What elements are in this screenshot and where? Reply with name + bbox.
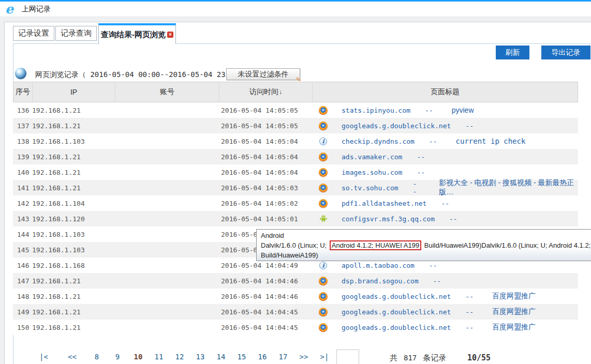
row-domain: googleads.g.doubleclick.net — [342, 122, 451, 130]
row-page-title: 百度网盟推广 — [492, 323, 536, 332]
header-account: 账号 — [115, 82, 219, 102]
page-number[interactable]: 9 — [107, 353, 128, 361]
prev-page-button[interactable]: << — [58, 353, 86, 361]
table-row[interactable]: 138 192.168.1.103 2016-05-04 14:05:04 i … — [13, 133, 578, 149]
row-separator: -- — [429, 138, 437, 145]
row-seq: 144 — [13, 226, 32, 242]
filter-button-label: 未设置过滤条件 — [238, 70, 289, 79]
row-ip: 192.168.1.21 — [32, 289, 115, 304]
table-row[interactable]: 136 192.168.1.21 2016-05-04 14:05:05 sta… — [13, 102, 578, 118]
row-title-cell: so.tv.sohu.com -- 影视大全 - 电视剧 - 搜狐视频 - 最新… — [312, 180, 578, 195]
ie-browser-icon: e — [5, 3, 18, 16]
page-number[interactable]: 11 — [149, 353, 169, 361]
row-title-cell: i checkip.dyndns.com -- current ip check — [312, 133, 578, 149]
row-title-cell: ads.vamaker.com -- — [312, 149, 578, 164]
tab-record-settings[interactable]: 记录设置 — [13, 26, 54, 41]
header-seq: 序号 — [13, 82, 33, 102]
page-number-current[interactable]: 10 — [128, 353, 149, 361]
page-number[interactable]: 17 — [273, 353, 293, 361]
row-seq: 136 — [13, 102, 32, 118]
row-page-title: 百度网盟推广 — [492, 292, 536, 301]
row-account — [115, 211, 219, 226]
total-prefix: 共 — [390, 353, 397, 362]
table-row[interactable]: 140 192.168.1.21 2016-05-04 14:05:04 ima… — [13, 164, 578, 180]
header-visit-time[interactable]: 访问时间 ↓ — [219, 82, 313, 102]
row-ip: 192.168.1.103 — [32, 226, 115, 242]
table-row[interactable]: 139 192.168.1.21 2016-05-04 14:05:04 ads… — [13, 149, 578, 164]
query-range-label: 网页浏览记录（ 2016-05-04 00:00--2016-05-04 23:… — [35, 70, 250, 80]
row-domain: pdf1.alldatasheet.net — [342, 200, 426, 207]
row-title-cell: configsvr.msf.3g.qq.com -- — [312, 211, 578, 226]
table-row[interactable]: 150 192.168.1.21 2016-05-04 14:04:45 goo… — [13, 320, 578, 335]
table-row[interactable]: 137 192.168.1.21 2016-05-04 14:05:05 goo… — [13, 118, 578, 133]
page-jump-input[interactable] — [336, 350, 359, 364]
header-page-title: 页面标题 — [313, 82, 578, 102]
tooltip-highlight-box: Android 4.1.2; HUAWEI A199 — [330, 240, 421, 250]
close-tab-icon[interactable]: × — [167, 32, 173, 38]
last-page-button[interactable]: >| — [314, 353, 335, 361]
tab-record-query[interactable]: 记录查询 — [55, 26, 97, 41]
page-number[interactable]: 14 — [211, 353, 231, 361]
row-title-cell: googleads.g.doubleclick.net -- 百度网盟推广 — [312, 304, 578, 320]
row-separator: -- — [465, 293, 474, 300]
row-seq: 140 — [13, 164, 32, 180]
row-account — [115, 320, 219, 335]
row-ip: 192.168.1.21 — [32, 164, 115, 180]
row-seq: 137 — [13, 118, 32, 133]
row-separator: -- — [433, 277, 441, 285]
tooltip-line1: Android — [261, 231, 591, 240]
row-time: 2016-05-04 14:04:45 — [219, 304, 312, 320]
firefox-icon — [319, 323, 328, 332]
row-title-cell: googleads.g.doubleclick.net -- 百度网盟推广 — [312, 320, 578, 335]
export-records-button[interactable]: 导出记录 — [541, 46, 590, 59]
sort-desc-icon: ↓ — [279, 88, 282, 96]
row-separator: -- — [465, 324, 474, 331]
row-seq: 148 — [13, 289, 32, 304]
firefox-icon — [319, 122, 328, 130]
row-time: 2016-05-04 14:04:46 — [219, 273, 312, 289]
next-page-button[interactable]: >> — [293, 353, 314, 361]
row-domain: googleads.g.doubleclick.net — [342, 293, 451, 300]
first-page-button[interactable]: |< — [29, 353, 58, 361]
row-account — [115, 149, 219, 164]
row-ip: 192.168.1.104 — [32, 195, 115, 211]
table-row[interactable]: 142 192.168.1.104 2016-05-04 14:05:02 pd… — [13, 195, 578, 211]
row-ip: 192.168.1.21 — [32, 320, 115, 335]
table-row[interactable]: 141 192.168.1.21 2016-05-04 14:05:03 so.… — [13, 180, 578, 195]
row-time: 2016-05-04 14:05:03 — [219, 180, 312, 195]
row-page-title: current ip check — [456, 137, 526, 145]
row-title-cell: pdf1.alldatasheet.net -- — [312, 195, 578, 211]
row-time: 2016-05-04 14:05:04 — [219, 164, 312, 180]
total-count: 817 — [404, 354, 417, 362]
row-page-title: 影视大全 - 电视剧 - 搜狐视频 - 最新最热正版… — [439, 178, 578, 197]
page-number[interactable]: 13 — [190, 353, 211, 361]
table-row[interactable]: 147 192.168.1.21 2016-05-04 14:04:46 dsp… — [13, 273, 578, 289]
table-row[interactable]: 149 192.168.1.21 2016-05-04 14:04:45 goo… — [13, 304, 578, 320]
page-number[interactable]: 8 — [86, 353, 107, 361]
android-icon — [319, 215, 328, 223]
row-separator: -- — [429, 262, 437, 269]
page-number[interactable]: 16 — [252, 353, 273, 361]
table-body: 136 192.168.1.21 2016-05-04 14:05:05 sta… — [13, 102, 578, 335]
titlebar: e 上网记录 — [0, 2, 591, 17]
tab-label: 记录设置 — [18, 28, 49, 38]
firefox-icon — [319, 106, 328, 115]
firefox-icon — [319, 153, 328, 161]
globe-icon — [15, 68, 26, 79]
refresh-button[interactable]: 刷新 — [496, 46, 529, 59]
row-separator: -- — [417, 169, 425, 176]
page-number[interactable]: 12 — [169, 353, 190, 361]
row-account — [115, 118, 219, 133]
row-account — [115, 164, 219, 180]
row-seq: 139 — [13, 149, 32, 164]
page-number[interactable]: 15 — [231, 353, 252, 361]
row-title-cell: dsp.brand.sogou.com -- — [312, 273, 578, 289]
row-time: 2016-05-04 14:05:04 — [219, 133, 312, 149]
tab-query-result-web-browsing[interactable]: 查询结果-网页浏览 × — [98, 23, 176, 44]
table-row[interactable]: 143 192.168.1.120 2016-05-04 14:05:01 — [13, 211, 578, 226]
table-row[interactable]: 148 192.168.1.21 2016-05-04 14:04:46 goo… — [13, 289, 578, 304]
header-ip: IP — [33, 82, 115, 102]
row-account — [115, 257, 219, 273]
filter-condition-button[interactable]: 未设置过滤条件 ✎ — [226, 68, 300, 80]
row-account — [115, 289, 219, 304]
